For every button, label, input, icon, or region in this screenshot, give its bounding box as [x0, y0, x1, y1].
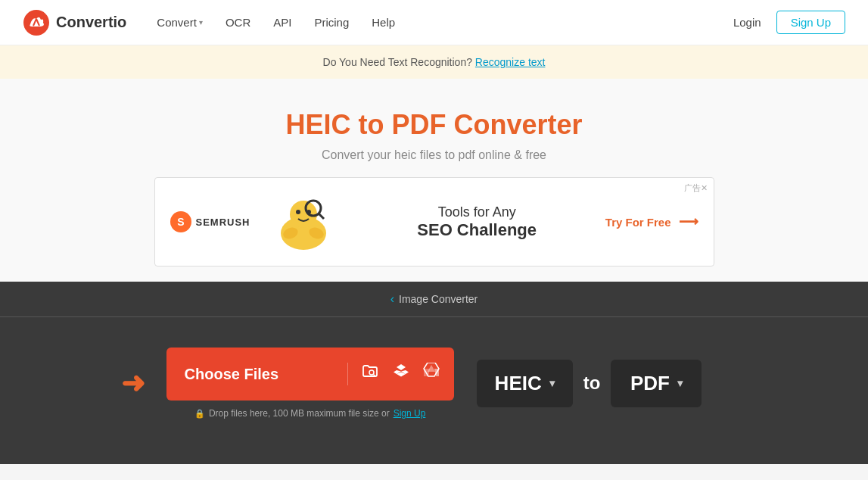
- banner-link[interactable]: Recognize text: [475, 56, 546, 68]
- ad-cta-arrow-icon: ⟶: [679, 214, 698, 230]
- format-selectors: HEIC ▾ to PDF ▾: [477, 360, 702, 407]
- nav-convert[interactable]: Convert ▾: [157, 16, 203, 29]
- breadcrumb-chevron-icon: ‹: [390, 292, 394, 306]
- to-format-chevron-icon: ▾: [677, 377, 683, 389]
- nav-ocr[interactable]: OCR: [226, 16, 250, 29]
- folder-search-icon: [362, 363, 380, 385]
- svg-point-5: [296, 210, 300, 214]
- breadcrumb-link[interactable]: Image Converter: [399, 293, 478, 305]
- dropbox-icon: [392, 363, 410, 385]
- converter-body: ➜ Choose Files: [0, 317, 868, 434]
- svg-line-10: [319, 214, 324, 219]
- ad-logo: S SEMRUSH: [170, 211, 250, 232]
- signup-button[interactable]: Sign Up: [776, 11, 845, 34]
- nav-api[interactable]: API: [273, 16, 291, 29]
- from-format-label: HEIC: [495, 372, 542, 395]
- banner-text: Do You Need Text Recognition?: [323, 56, 472, 68]
- choose-files-icons: [347, 363, 454, 385]
- logo[interactable]: Convertio: [23, 9, 126, 36]
- svg-point-4: [290, 201, 317, 228]
- nav-help[interactable]: Help: [372, 16, 395, 29]
- svg-text:S: S: [177, 216, 184, 228]
- lock-icon: 🔒: [194, 409, 205, 419]
- logo-icon: [23, 9, 50, 36]
- ad-cta-text: Try For Free: [605, 216, 671, 229]
- convert-chevron-icon: ▾: [199, 18, 203, 26]
- ad-copy: Tools for Any SEO Challenge: [349, 204, 605, 240]
- bottom-section: [0, 464, 868, 480]
- semrush-brand: SEMRUSH: [196, 217, 250, 228]
- ad-headline-1: Tools for Any: [349, 204, 605, 220]
- semrush-icon: S: [170, 211, 191, 232]
- ad-mascot: [269, 192, 338, 252]
- ocr-banner: Do You Need Text Recognition? Recognize …: [0, 45, 868, 79]
- drop-text: Drop files here, 100 MB maximum file siz…: [209, 408, 390, 419]
- svg-point-11: [369, 370, 374, 375]
- from-format-chevron-icon: ▾: [549, 377, 555, 389]
- breadcrumb: ‹ Image Converter: [0, 282, 868, 317]
- google-drive-icon: [422, 363, 440, 385]
- arrow-indicator-icon: ➜: [121, 366, 145, 400]
- drop-signup-link[interactable]: Sign Up: [394, 408, 426, 419]
- nav-pricing[interactable]: Pricing: [314, 16, 349, 29]
- hero-title: HEIC to PDF Converter: [15, 109, 853, 141]
- drop-info: 🔒 Drop files here, 100 MB maximum file s…: [194, 408, 425, 419]
- to-format-button[interactable]: PDF ▾: [611, 360, 702, 407]
- converter-section: ‹ Image Converter ➜ Choose Files: [0, 282, 868, 464]
- header: Convertio Convert ▾ OCR API Pricing Help…: [0, 0, 868, 45]
- ad-cta[interactable]: Try For Free ⟶: [605, 214, 698, 230]
- to-label: to: [583, 372, 601, 394]
- header-right: Login Sign Up: [733, 11, 845, 34]
- choose-files-area: ➜ Choose Files: [166, 348, 454, 419]
- choose-files-label: Choose Files: [166, 366, 347, 383]
- login-button[interactable]: Login: [733, 16, 761, 29]
- hero-subtitle: Convert your heic files to pdf online & …: [15, 148, 853, 162]
- hero-section: HEIC to PDF Converter Convert your heic …: [0, 79, 868, 282]
- choose-files-button[interactable]: Choose Files: [166, 348, 454, 401]
- to-format-label: PDF: [630, 372, 670, 395]
- from-format-button[interactable]: HEIC ▾: [477, 360, 573, 407]
- ad-corner: 广告✕: [684, 182, 708, 194]
- ad-banner[interactable]: S SEMRUSH: [154, 177, 714, 266]
- nav: Convert ▾ OCR API Pricing Help: [157, 16, 733, 29]
- ad-headline-2: SEO Challenge: [417, 220, 537, 239]
- logo-text: Convertio: [56, 14, 126, 31]
